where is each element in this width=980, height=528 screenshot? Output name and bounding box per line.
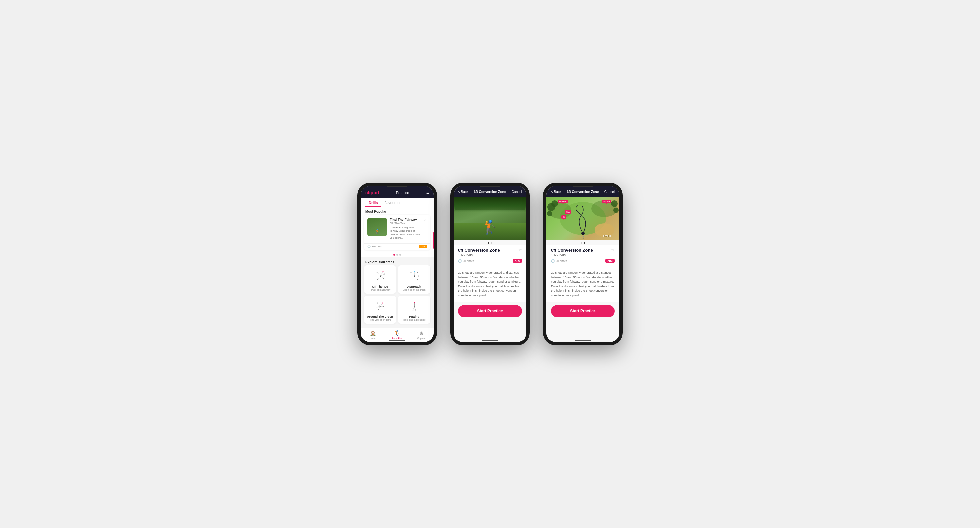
tab-drills[interactable]: Drills xyxy=(365,198,381,207)
phone-1-screen: clippd Practice ≡ Drills Favourites Most… xyxy=(361,186,434,342)
skill-title-approach: Approach xyxy=(401,285,428,288)
drill-range-3: 10-50 yds xyxy=(551,254,593,257)
header-title: 6ft Conversion Zone xyxy=(474,190,506,194)
phone2-header: < Back 6ft Conversion Zone Cancel xyxy=(453,186,527,197)
drill-description-3: 20 shots are randomly generated at dista… xyxy=(546,268,619,301)
carousel-dots xyxy=(361,253,434,257)
shots-info-row: 🕐 20 shots ARG xyxy=(458,259,522,263)
title-row: 6ft Conversion Zone 10-50 yds ☆ xyxy=(458,248,522,259)
svg-line-16 xyxy=(414,276,418,279)
drill-info: Find The Fairway Off The Tee Create an i… xyxy=(390,218,421,240)
skill-approach[interactable]: Approach Dial-in to hit the green xyxy=(398,265,430,294)
svg-point-32 xyxy=(376,306,377,308)
svg-line-12 xyxy=(411,273,414,276)
drill-footer: 🕐 10 shots OTT xyxy=(364,243,430,250)
cancel-button[interactable]: Cancel xyxy=(512,190,522,194)
cancel-button-3[interactable]: Cancel xyxy=(605,190,615,194)
drill-range: 10-50 yds xyxy=(458,254,500,257)
featured-drill-card[interactable]: 🏌️ Find The Fairway Off The Tee Create a… xyxy=(364,215,430,250)
svg-point-21 xyxy=(417,279,418,280)
drills-content: Most Popular 🏌️ Find The Fa xyxy=(361,207,434,328)
tab-favourites[interactable]: Favourites xyxy=(381,198,405,207)
svg-line-37 xyxy=(414,307,416,310)
arg-badge: ARG xyxy=(512,259,522,263)
start-practice-button[interactable]: Start Practice xyxy=(458,305,522,317)
phone3-header: < Back 6ft Conversion Zone Cancel xyxy=(546,186,619,197)
dot-2 xyxy=(396,254,398,256)
svg-line-5 xyxy=(377,276,380,279)
golf-photo-bg: 🏌️ xyxy=(453,197,527,240)
around-green-icon xyxy=(367,299,393,314)
approach-icon xyxy=(401,269,428,284)
back-button-3[interactable]: < Back xyxy=(551,190,561,194)
home-label: Home xyxy=(369,337,376,340)
activities-label: Activities xyxy=(392,337,402,340)
drill-name: 6ft Conversion Zone xyxy=(458,248,500,253)
nav-activities[interactable]: 🏌️ Activities xyxy=(385,330,409,340)
cta-area: Start Practice xyxy=(453,301,527,323)
rough-label: ROUGH xyxy=(602,199,611,203)
svg-text:🏌️: 🏌️ xyxy=(582,236,585,239)
sand-label: SAND xyxy=(603,235,611,238)
skill-off-the-tee[interactable]: Off The Tee Power and accuracy xyxy=(364,265,396,294)
phone-3: < Back 6ft Conversion Zone Cancel xyxy=(543,183,623,345)
favourite-icon[interactable]: ☆ xyxy=(423,218,427,240)
svg-point-39 xyxy=(415,310,416,311)
drill-map: 🏌️ FAIRWAY ROUGH Miss Hit SAND xyxy=(546,197,619,240)
menu-icon[interactable]: ≡ xyxy=(426,190,429,195)
off-tee-icon xyxy=(367,269,393,284)
svg-point-49 xyxy=(581,232,585,235)
svg-point-45 xyxy=(551,200,558,207)
img-dot-3-1 xyxy=(581,242,582,244)
svg-point-6 xyxy=(376,272,377,273)
drill-thumbnail: 🏌️ xyxy=(367,218,387,236)
nav-title: Practice xyxy=(396,191,409,195)
phone-2-screen: < Back 6ft Conversion Zone Cancel 🏌️ xyxy=(453,186,527,342)
cta-area-3: Start Practice xyxy=(546,301,619,323)
most-popular-title: Most Popular xyxy=(361,207,434,215)
title-row-3: 6ft Conversion Zone 10-50 yds ☆ xyxy=(551,248,615,259)
phone1-header: clippd Practice ≡ xyxy=(361,186,434,198)
ott-badge: OTT xyxy=(419,245,427,248)
svg-line-14 xyxy=(414,273,418,276)
shots-info: 🕐 20 shots xyxy=(458,259,474,263)
drill-desc: Create an imaginary fairway using trees … xyxy=(390,226,421,240)
app-logo: clippd xyxy=(365,190,379,195)
drill-name-3: 6ft Conversion Zone xyxy=(551,248,593,253)
img-dot-3-2 xyxy=(584,242,585,244)
putting-icon xyxy=(401,299,428,314)
skill-around-green[interactable]: Around The Green Hone your short game xyxy=(364,295,396,324)
nav-capture[interactable]: ⊕ Capture xyxy=(409,330,434,340)
favourite-star-3[interactable]: ☆ xyxy=(611,248,615,252)
start-practice-button-3[interactable]: Start Practice xyxy=(551,305,615,317)
skill-areas-grid: Off The Tee Power and accuracy xyxy=(361,265,434,327)
miss-label: Miss xyxy=(565,210,571,214)
back-button[interactable]: < Back xyxy=(458,190,468,194)
svg-point-20 xyxy=(418,276,419,277)
capture-icon: ⊕ xyxy=(419,330,424,337)
svg-point-7 xyxy=(382,271,383,272)
hit-label: Hit xyxy=(561,215,566,219)
nav-home[interactable]: 🏠 Home xyxy=(361,330,385,340)
skill-title-putting: Putting xyxy=(401,315,428,319)
svg-line-4 xyxy=(380,276,383,279)
home-icon: 🏠 xyxy=(369,330,376,337)
svg-point-19 xyxy=(417,272,418,273)
drill-photo: 🏌️ xyxy=(453,197,527,240)
skill-putting[interactable]: Putting Make and lag practice xyxy=(398,295,430,324)
svg-line-1 xyxy=(377,272,380,276)
skill-sub-ott: Power and accuracy xyxy=(367,289,393,291)
skill-sub-approach: Dial-in to hit the green xyxy=(401,289,428,291)
svg-point-18 xyxy=(414,271,415,272)
header-title-3: 6ft Conversion Zone xyxy=(567,190,599,194)
svg-point-35 xyxy=(414,301,415,303)
drill-title: Find The Fairway xyxy=(390,218,421,222)
svg-point-10 xyxy=(377,279,378,280)
drill-name-group: 6ft Conversion Zone 10-50 yds xyxy=(458,248,500,259)
favourite-star[interactable]: ☆ xyxy=(518,248,522,252)
phone-2: < Back 6ft Conversion Zone Cancel 🏌️ xyxy=(450,183,530,345)
skill-sub-atg: Hone your short game xyxy=(367,319,393,321)
svg-point-46 xyxy=(547,211,552,216)
course-map-bg: 🏌️ FAIRWAY ROUGH Miss Hit SAND xyxy=(546,197,619,240)
explore-title: Explore skill areas xyxy=(361,258,434,265)
